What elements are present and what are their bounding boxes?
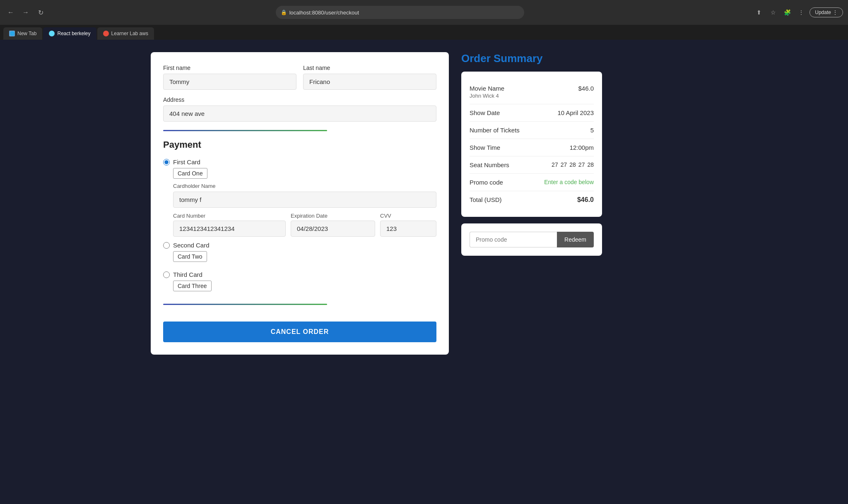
- first-name-group: First name: [163, 65, 296, 90]
- summary-total-value: $46.0: [577, 196, 594, 204]
- card-option-third: Third Card Card Three: [163, 271, 436, 295]
- promo-code-input[interactable]: [470, 232, 557, 247]
- cvv-label: CVV: [380, 213, 436, 219]
- summary-promo-row: Promo code Enter a code below: [470, 174, 594, 191]
- summary-promo-key: Promo code: [470, 179, 503, 186]
- checkout-form: First name Last name Address Payment: [151, 52, 449, 355]
- summary-time-value: 12:00pm: [570, 144, 594, 151]
- tab-label-new-tab: New Tab: [17, 31, 36, 36]
- back-button[interactable]: ←: [5, 7, 17, 18]
- puzzle-icon[interactable]: ⋮: [795, 7, 807, 18]
- summary-date-key: Show Date: [470, 109, 500, 116]
- reload-button[interactable]: ↻: [35, 7, 46, 18]
- summary-time-row: Show Time 12:00pm: [470, 139, 594, 156]
- card-option-first: First Card Card One Cardholder Name Card…: [163, 158, 436, 237]
- page-body: First name Last name Address Payment: [134, 40, 714, 367]
- summary-date-row: Show Date 10 April 2023: [470, 104, 594, 122]
- second-card-radio[interactable]: [163, 242, 170, 249]
- promo-link[interactable]: Enter a code below: [544, 179, 594, 185]
- summary-date-value: 10 April 2023: [557, 109, 594, 116]
- summary-total-key: Total (USD): [470, 196, 502, 203]
- address-input[interactable]: [163, 106, 436, 122]
- summary-movie-row: Movie Name John Wick 4 $46.0: [470, 80, 594, 104]
- tab-react-berkeley[interactable]: React berkeley: [43, 27, 96, 40]
- summary-time-key: Show Time: [470, 144, 500, 151]
- first-card-badge: Card One: [173, 168, 207, 179]
- cardholder-input[interactable]: [173, 192, 436, 208]
- summary-tickets-value: 5: [590, 127, 594, 134]
- tab-label-learner: Learner Lab aws: [111, 31, 148, 36]
- second-card-label[interactable]: Second Card: [173, 242, 210, 249]
- tab-new-tab[interactable]: 🌐 New Tab: [3, 27, 42, 40]
- last-name-group: Last name: [303, 65, 436, 90]
- summary-movie-value: $46.0: [578, 85, 594, 92]
- address-bar[interactable]: 🔒 localhost:8080/user/checkout: [276, 6, 524, 19]
- summary-tickets-key: Number of Tickets: [470, 127, 520, 134]
- first-name-label: First name: [163, 65, 296, 71]
- first-card-radio-row: First Card: [163, 158, 436, 166]
- address-row: Address: [163, 96, 436, 122]
- third-card-radio[interactable]: [163, 271, 170, 278]
- extension-icon[interactable]: 🧩: [781, 7, 793, 18]
- third-card-badge: Card Three: [173, 281, 212, 291]
- first-name-input[interactable]: [163, 74, 296, 90]
- payment-title: Payment: [163, 139, 436, 150]
- react-favicon: [49, 31, 55, 36]
- divider-1: [163, 130, 327, 131]
- cancel-order-button[interactable]: CANCEL ORDER: [163, 322, 436, 342]
- card-option-second: Second Card Card Two: [163, 242, 436, 266]
- exp-date-input[interactable]: [291, 221, 375, 237]
- tab-learner-lab[interactable]: Learner Lab aws: [97, 27, 154, 40]
- browser-chrome: ← → ↻ 🔒 localhost:8080/user/checkout ⬆ ☆…: [0, 0, 848, 25]
- card-number-group: Card Number: [173, 213, 286, 237]
- last-name-input[interactable]: [303, 74, 436, 90]
- cvv-input[interactable]: [380, 221, 436, 237]
- summary-movie-key: Movie Name: [470, 85, 504, 92]
- seat-2: 27: [561, 161, 567, 168]
- promo-input-card: Redeem: [461, 223, 602, 256]
- summary-movie-left: Movie Name John Wick 4: [470, 85, 504, 99]
- first-card-label[interactable]: First Card: [173, 158, 200, 166]
- tab-bar: 🌐 New Tab React berkeley Learner Lab aws: [0, 25, 848, 40]
- seat-3: 28: [569, 161, 576, 168]
- third-card-label[interactable]: Third Card: [173, 271, 202, 278]
- third-card-radio-row: Third Card: [163, 271, 436, 278]
- summary-total-row: Total (USD) $46.0: [470, 191, 594, 209]
- address-group: Address: [163, 96, 436, 122]
- promo-input-row: Redeem: [470, 232, 594, 247]
- summary-seats-key: Seat Numbers: [470, 161, 509, 168]
- share-icon[interactable]: ⬆: [753, 7, 765, 18]
- new-tab-favicon: 🌐: [9, 31, 15, 36]
- address-label: Address: [163, 96, 436, 103]
- star-icon[interactable]: ☆: [767, 7, 779, 18]
- exp-date-label: Expiration Date: [291, 213, 375, 219]
- summary-seats-values: 27 27 28 27 28: [552, 161, 594, 168]
- last-name-label: Last name: [303, 65, 436, 71]
- learner-favicon: [103, 31, 109, 36]
- browser-actions: ⬆ ☆ 🧩 ⋮ Update ⋮: [753, 7, 843, 18]
- summary-tickets-row: Number of Tickets 5: [470, 122, 594, 139]
- lock-icon: 🔒: [281, 10, 287, 15]
- name-row: First name Last name: [163, 65, 436, 90]
- second-card-badge: Card Two: [173, 251, 207, 262]
- card-fields-row: Card Number Expiration Date CVV: [173, 213, 436, 237]
- url-text: localhost:8080/user/checkout: [289, 10, 359, 16]
- cvv-group: CVV: [380, 213, 436, 237]
- first-card-radio[interactable]: [163, 159, 170, 166]
- payment-section: Payment First Card Card One Cardholder N…: [163, 139, 436, 295]
- seat-4: 27: [578, 161, 585, 168]
- cardholder-label: Cardholder Name: [173, 183, 436, 189]
- tab-label-react: React berkeley: [57, 31, 90, 36]
- card-number-label: Card Number: [173, 213, 286, 219]
- redeem-button[interactable]: Redeem: [557, 232, 594, 247]
- order-summary: Order Summary Movie Name John Wick 4 $46…: [461, 52, 602, 355]
- forward-button[interactable]: →: [20, 7, 31, 18]
- second-card-radio-row: Second Card: [163, 242, 436, 249]
- card-number-input[interactable]: [173, 221, 286, 237]
- summary-seats-row: Seat Numbers 27 27 28 27 28: [470, 156, 594, 174]
- first-card-details: Cardholder Name Card Number Expiration D…: [163, 183, 436, 237]
- order-summary-title: Order Summary: [461, 52, 602, 65]
- update-button[interactable]: Update ⋮: [809, 7, 843, 17]
- seat-1: 27: [552, 161, 558, 168]
- summary-movie-sub: John Wick 4: [470, 93, 504, 99]
